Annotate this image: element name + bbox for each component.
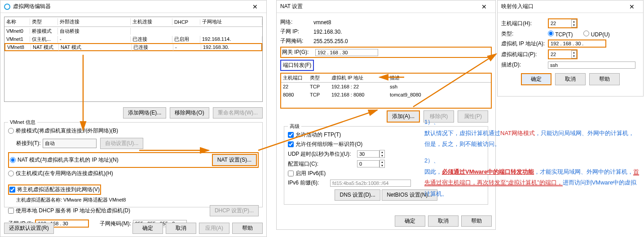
vm-ip-input[interactable]: 192 . 168 . 30 .	[548, 40, 606, 48]
ok-button[interactable]: 确定	[521, 73, 551, 85]
help-button[interactable]: 帮助	[461, 215, 492, 227]
app-icon	[4, 4, 10, 10]
table-row-vmnet8[interactable]: VMnet8NAT 模式NAT 模式已连接-192.168.30.	[4, 43, 262, 51]
virtual-network-editor: 虚拟网络编辑器 ✕ 名称 类型 外部连接 主机连接 DHCP 子网地址 VMne…	[0, 0, 267, 237]
subnet-mask-value: 255.255.255.0	[313, 38, 348, 44]
bridge-radio[interactable]: 桥接模式(将虚拟机直接连接到外部网络)(B)	[8, 127, 259, 135]
desc-input[interactable]: ssh	[548, 61, 635, 69]
col-host: 主机连接	[131, 18, 172, 25]
ipv6-prefix-input[interactable]: fd15:4ba5:5a2b:1008::/64	[330, 180, 411, 187]
spinner-arrows[interactable]: ▲▼	[379, 160, 385, 168]
gateway-label: 网关 IP(G):	[282, 48, 313, 56]
port-forward-title: 端口转发(F)	[280, 60, 314, 71]
host-port-label: 主机端口(H):	[501, 20, 546, 27]
adapter-name-label: 主机虚拟适配器名称: VMware 网络适配器 VMnet8	[16, 197, 259, 203]
ipv6-prefix-label: IPv6 前缀(6):	[288, 179, 328, 187]
spinner-arrows[interactable]: ▲▼	[379, 150, 385, 158]
subnet-ip-value: 192.168.30.	[313, 29, 342, 35]
nat-radio[interactable]: NAT 模式(与虚拟机共享主机的 IP 地址)(N) NAT 设置(S)...	[8, 152, 259, 168]
spinner-arrows[interactable]: ▲▼	[571, 50, 577, 58]
note-1-text: 默认情况下，虚拟计算机通过NAT网络模式，只能访问局域网、外网中的计算机，但是，…	[424, 128, 640, 150]
col-name: 名称	[4, 18, 30, 25]
bridge-to-label: 桥接到(T):	[16, 140, 41, 147]
cfg-port-input[interactable]: 0	[357, 160, 379, 167]
cancel-button[interactable]: 取消	[555, 73, 586, 85]
connect-host-adapter-check[interactable]: 将主机虚拟适配器连接到此网络(V)	[8, 184, 101, 195]
cancel-button[interactable]: 取消	[166, 223, 196, 234]
host-port-input[interactable]: 22	[549, 20, 571, 26]
dhcp-check[interactable]: 使用本地 DHCP 服务将 IP 地址分配给虚拟机(D) DHCP 设置(P).…	[8, 205, 259, 216]
pf-header: 主机端口类型虚拟机 IP 地址描述	[281, 74, 491, 83]
udp-input[interactable]: 30	[357, 150, 379, 158]
ok-button[interactable]: 确定	[395, 215, 425, 227]
network-label: 网络:	[280, 18, 312, 26]
vmnet-table: 名称 类型 外部连接 主机连接 DHCP 子网地址 VMnet0桥接模式自动桥接…	[4, 17, 263, 102]
dns-settings-button[interactable]: DNS 设置(D)...	[335, 189, 380, 201]
col-type: 类型	[30, 18, 58, 25]
vm-port-label: 虚拟机端口(P):	[501, 51, 546, 58]
rename-network-button[interactable]: 重命名网络(W)...	[213, 107, 263, 118]
window-title: 映射传入端口	[501, 3, 624, 10]
udp-label: UDP 超时(以秒为单位)(U):	[288, 150, 355, 158]
note-1-marker: 1）、	[424, 117, 640, 128]
note-2-marker: 2）、	[424, 155, 640, 167]
remove-network-button[interactable]: 移除网络(O)	[170, 107, 209, 118]
titlebar: 映射传入端口 ✕	[498, 0, 643, 13]
cancel-button[interactable]: 取消	[428, 215, 459, 227]
col-ext: 外部连接	[58, 18, 131, 25]
help-button[interactable]: 帮助	[589, 73, 620, 85]
subnet-ip-label: 子网 IP:	[280, 28, 312, 35]
col-dhcp: DHCP	[172, 19, 200, 25]
close-icon[interactable]: ✕	[624, 1, 640, 12]
hostonly-radio[interactable]: 仅主机模式(在专用网络内连接虚拟机)(H)	[8, 170, 259, 177]
subnet-mask-label: 子网掩码:	[280, 37, 312, 45]
restore-defaults-button[interactable]: 还原默认设置(R)	[4, 223, 54, 234]
table-header: 名称 类型 外部连接 主机连接 DHCP 子网地址	[4, 17, 262, 27]
add-network-button[interactable]: 添加网络(E)...	[123, 107, 166, 118]
add-port-button[interactable]: 添加(A)...	[387, 110, 420, 123]
map-incoming-port-dialog: 映射传入端口 ✕ 主机端口(H):22▲▼ 类型: TCP(T) UDP(U) …	[497, 0, 644, 97]
nat-settings-button[interactable]: NAT 设置(S)...	[212, 154, 257, 166]
close-icon[interactable]: ✕	[476, 1, 492, 12]
group-title: VMnet 信息	[8, 119, 37, 126]
tcp-radio[interactable]: TCP(T)	[548, 31, 573, 38]
vm-port-input[interactable]: 22	[549, 51, 571, 57]
group-title: 高级	[288, 123, 301, 130]
pf-row[interactable]: 22TCP192.168 : 22ssh	[281, 83, 491, 91]
table-row[interactable]: VMnet1仅主机...-已连接已启用192.168.114.	[4, 35, 262, 43]
note-2-text: 因此，必须通过VMware中的端口转发功能，才能实现局域网、外网中的计算机，首先…	[424, 167, 640, 200]
udp-radio[interactable]: UDP(U)	[583, 31, 609, 38]
window-title: 虚拟网络编辑器	[13, 3, 247, 10]
network-value: vmnet8	[313, 19, 331, 26]
gateway-input[interactable]: 192 . 168 . 30	[315, 49, 378, 56]
type-label: 类型:	[501, 30, 546, 38]
close-icon[interactable]: ✕	[247, 1, 263, 12]
desc-label: 描述(D):	[501, 61, 546, 69]
port-forward-table: 主机端口类型虚拟机 IP 地址描述 22TCP192.168 : 22ssh 8…	[280, 73, 492, 109]
spinner-arrows[interactable]: ▲▼	[571, 19, 577, 27]
help-button[interactable]: 帮助	[232, 223, 263, 234]
vmnet-info-group: VMnet 信息 桥接模式(将虚拟机直接连接到外部网络)(B) 桥接到(T): …	[4, 122, 263, 207]
window-title: NAT 设置	[280, 3, 476, 10]
auto-set-button[interactable]: 自动设置(U)...	[100, 138, 144, 149]
annotation-notes: 1）、 默认情况下，虚拟计算机通过NAT网络模式，只能访问局域网、外网中的计算机…	[424, 117, 640, 200]
cfg-port-label: 配置端口(C):	[288, 160, 355, 168]
apply-button[interactable]: 应用(A)	[199, 223, 229, 234]
table-row[interactable]: VMnet0桥接模式自动桥接	[4, 27, 262, 35]
ok-button[interactable]: 确定	[132, 223, 163, 234]
col-sub: 子网地址	[200, 18, 262, 25]
bridge-select[interactable]: 自动	[43, 139, 97, 148]
vm-ip-label: 虚拟机 IP 地址(A):	[501, 40, 546, 48]
dhcp-settings-button[interactable]: DHCP 设置(P)...	[210, 205, 259, 216]
pf-row[interactable]: 8080TCP192.168 : 8080tomcat9_8080	[281, 91, 491, 99]
titlebar: NAT 设置 ✕	[277, 0, 495, 13]
titlebar: 虚拟网络编辑器 ✕	[0, 0, 266, 13]
